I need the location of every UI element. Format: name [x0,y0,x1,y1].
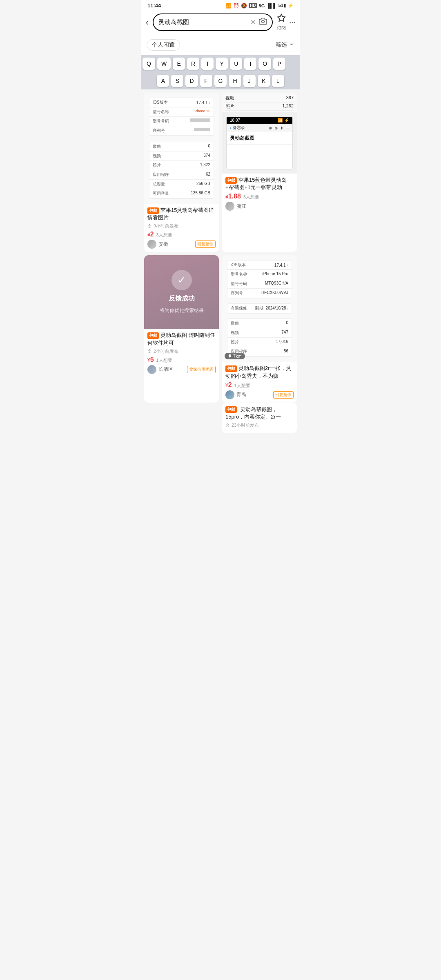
seller-name-4: 青岛 [236,391,246,398]
feedback-checkmark: ✓ [172,270,192,290]
keyboard-row2: A S D F G H J K L [141,72,300,89]
feedback-subtitle: 将为你优化搜索结果 [160,307,204,314]
seller-row-4: 青岛 回复超快 [225,390,294,399]
key-W[interactable]: W [157,58,171,70]
key-U[interactable]: U [230,58,242,70]
key-O[interactable]: O [258,58,271,70]
key-Q[interactable]: Q [143,58,155,70]
seller-row-3: 长清区 卖家信用优秀 [147,365,216,374]
baoyou-badge-3: 包邮 [147,332,159,339]
seller-badge-3: 卖家信用优秀 [187,366,216,373]
ios-note-title: 灵动岛截图 [227,132,292,145]
seller-avatar-2 [225,202,234,211]
product-card-3[interactable]: 28.9km ✓ 反馈成功 将为你优化搜索结果 包邮灵动岛截图 随叫随到任何软件… [144,255,219,402]
key-P[interactable]: P [273,58,285,70]
reply-badge-1: 回复超快 [195,241,216,248]
want-count-4: 1人想要 [234,383,250,389]
seller-row-1: 安徽 回复超快 [147,240,216,249]
back-button[interactable]: ‹ [146,18,149,27]
seller-row-2: 浙江 [225,202,294,211]
more-options-button[interactable]: ··· [289,17,295,28]
hd-icon: HD [249,3,257,8]
product-grid: iOS版本 17.4.1 › 型号名称 iPhone 15 型号号码 [141,89,300,406]
seller-name-3: 长清区 [158,366,173,373]
key-H[interactable]: H [229,75,241,87]
signal-icon: ▐▌▌ [266,3,277,9]
price-1: ¥2 [147,231,154,238]
product-info-1: 包邮苹果15灵动岛帮截图详情看图片 ⏱ 9小时前发布 ¥2 3人想要 安徽 回复… [144,204,219,252]
ios-header: 18:07 📶 ⚡ [227,117,292,124]
want-count-2: 3人想要 [243,194,259,200]
header-actions: 订阅 ··· [277,13,295,31]
key-Y[interactable]: Y [216,58,228,70]
product-image-4: iOS版本 17.4.1 › 型号名称 iPhone 15 Pro 型号号码 M… [222,255,297,362]
product-card-2[interactable]: 视频367 照片1,262 18:07 📶 ⚡ ‹ [222,93,297,252]
clear-search-button[interactable]: ✕ [250,18,256,26]
key-J[interactable]: J [243,75,256,87]
alarm-icon: ⏰ [233,3,239,9]
product-image-1: iOS版本 17.4.1 › 型号名称 iPhone 15 型号号码 [144,93,219,204]
post-time-3: ⏱ 2小时前发布 [147,348,216,354]
stats-row-photo: 照片1,262 [225,102,294,111]
subscribe-button[interactable]: 订阅 [277,13,286,31]
camera-search-icon[interactable] [259,17,267,27]
want-count-3: 1人想要 [156,357,172,363]
filter-text: 筛选 [276,41,287,49]
price-row-4: ¥2 1人想要 [225,381,294,389]
filter-icon [289,42,294,49]
clock-icon: ⏱ [147,224,152,229]
subscribe-icon [277,13,286,24]
key-T[interactable]: T [201,58,214,70]
want-count-1: 3人想要 [156,232,172,238]
svg-marker-1 [277,14,285,21]
key-R[interactable]: R [187,58,199,70]
key-F[interactable]: F [200,75,212,87]
seller-info-2: 浙江 [225,202,246,211]
header: ‹ 灵动岛截图 ✕ 订阅 ··· [141,10,300,35]
baoyou-badge-2: 包邮 [225,177,237,184]
search-input-text: 灵动岛截图 [158,18,247,26]
product-card-1[interactable]: iOS版本 17.4.1 › 型号名称 iPhone 15 型号号码 [144,93,219,252]
key-I[interactable]: I [244,58,256,70]
subscribe-label: 订阅 [277,25,286,31]
product-info-4: 包邮灵动岛截图2r一张，灵动的小岛秀夫，不为赚 ¥2 1人想要 青岛 回复超快 [222,362,297,402]
price-row-1: ¥2 3人想要 [147,231,216,238]
price-row-3: ¥5 1人想要 [147,356,216,363]
price-2: ¥1.88 [225,193,241,200]
filter-button[interactable]: 筛选 [276,41,294,49]
chevron-right-icon: › [209,100,210,105]
clock-icon-3: ⏱ [147,349,152,354]
mute-icon: 🔕 [241,3,247,9]
product-card-4[interactable]: iOS版本 17.4.1 › 型号名称 iPhone 15 Pro 型号号码 M… [222,255,297,402]
bottom-grid: 包邮 灵动岛帮截图，15pro，内容你定。2r一 ⏱ 23小时前发布 [144,406,297,433]
product-title-2: 包邮苹果15蓝色带灵动岛+帮截图+1元一张带灵动 [225,176,294,191]
price-3: ¥5 [147,356,154,363]
price-row-2: ¥1.88 3人想要 [225,193,294,200]
seller-info-3: 长清区 [147,365,173,374]
key-A[interactable]: A [157,75,169,87]
key-D[interactable]: D [185,75,198,87]
ios-data-card-1: 歌曲0 视频374 照片1,322 应用程序62 总容量256 GB 可用容量1… [149,142,214,199]
seller-name-1: 安徽 [158,241,168,248]
product-card-5[interactable]: 包邮 灵动岛帮截图，15pro，内容你定。2r一 ⏱ 23小时前发布 [222,403,297,433]
battery-icon: 51▮ [278,3,286,8]
key-E[interactable]: E [173,58,185,70]
status-time: 11:44 [147,2,161,9]
key-G[interactable]: G [214,75,227,87]
charge-icon: ⚡ [287,3,294,9]
ios-row-label: iOS版本 [153,100,168,105]
ios-warranty-card-4: 有限保修 到期: 2024/10/28 › [227,303,292,314]
seller-avatar-3 [147,365,156,374]
product-title-3: 包邮灵动岛截图 随叫随到任何软件均可 [147,332,216,346]
stats-row-video: 视频367 [225,94,294,102]
key-L[interactable]: L [272,75,284,87]
ios-note-card: 18:07 📶 ⚡ ‹ 备忘录 ⊕ ⊗ ⬆ ··· [226,116,293,169]
search-bar[interactable]: 灵动岛截图 ✕ [153,13,273,31]
product-title-5: 包邮 灵动岛帮截图，15pro，内容你定。2r一 [225,406,294,421]
product-title-1: 包邮苹果15灵动岛帮截图详情看图片 [147,207,216,221]
status-bar: 11:44 📶 ⏰ 🔕 HD 5G ▐▌▌ 51▮ ⚡ [141,0,300,10]
key-S[interactable]: S [171,75,183,87]
personal-filter-tag[interactable]: 个人闲置 [147,39,180,51]
seller-info-4: 青岛 [225,390,246,399]
key-K[interactable]: K [258,75,270,87]
